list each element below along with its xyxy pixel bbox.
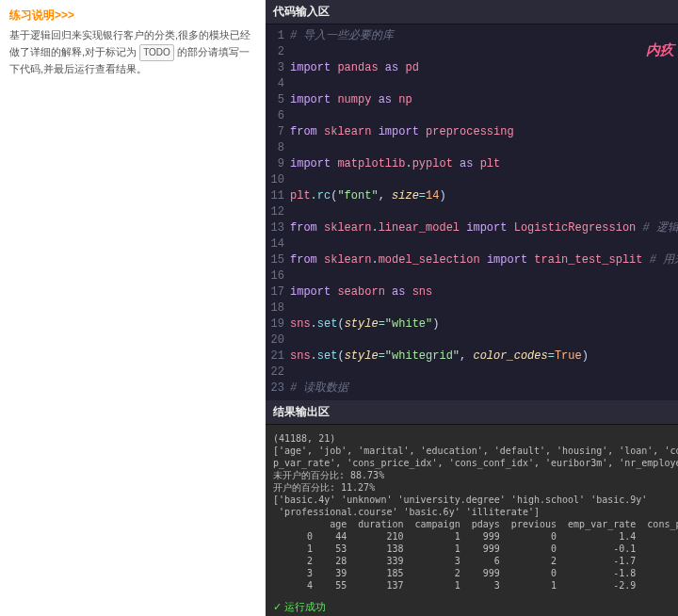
code-text[interactable] (290, 140, 678, 156)
code-line[interactable]: 17import seaborn as sns (266, 284, 678, 300)
line-number: 19 (266, 316, 290, 332)
output-section-header: 结果输出区 (266, 400, 678, 425)
line-number: 12 (266, 204, 290, 220)
instructions-title: 练习说明>>> (9, 8, 256, 24)
code-line[interactable]: 15from sklearn.model_selection import tr… (266, 252, 678, 268)
line-number: 15 (266, 252, 290, 268)
line-number: 4 (266, 76, 290, 92)
code-text[interactable] (290, 332, 678, 349)
output-console[interactable]: (41188, 21) ['age', 'job', 'marital', 'e… (266, 425, 678, 598)
code-line[interactable]: 1# 导入一些必要的库 (266, 28, 678, 44)
code-text[interactable] (290, 236, 678, 252)
code-line[interactable]: 7from sklearn import preprocessing (266, 124, 678, 140)
line-number: 7 (266, 124, 290, 140)
code-text[interactable] (290, 268, 678, 284)
code-text[interactable]: import matplotlib.pyplot as plt (290, 156, 678, 172)
code-line[interactable]: 8 (266, 140, 678, 156)
instructions-text: 基于逻辑回归来实现银行客户的分类,很多的模块已经做了详细的解释,对于标记为 TO… (9, 27, 256, 77)
line-number: 18 (266, 300, 290, 316)
code-text[interactable] (290, 300, 678, 316)
line-number: 6 (266, 108, 290, 124)
code-line[interactable]: 22 (266, 365, 678, 381)
code-line[interactable]: 23# 读取数据 (266, 381, 678, 397)
code-text[interactable] (290, 172, 678, 188)
code-line[interactable]: 10 (266, 172, 678, 188)
line-number: 8 (266, 140, 290, 156)
code-section-header: 代码输入区 (266, 0, 678, 24)
code-line[interactable]: 6 (266, 108, 678, 124)
code-line[interactable]: 5import numpy as np (266, 92, 678, 108)
code-line[interactable]: 21sns.set(style="whitegrid", color_codes… (266, 349, 678, 365)
line-number: 5 (266, 92, 290, 108)
code-line[interactable]: 11plt.rc("font", size=14) (266, 188, 678, 204)
code-line[interactable]: 2 (266, 44, 678, 60)
line-number: 22 (266, 365, 290, 381)
code-text[interactable] (290, 76, 678, 92)
code-text[interactable]: # 读取数据 (290, 381, 678, 397)
line-number: 10 (266, 172, 290, 188)
code-text[interactable] (290, 365, 678, 381)
line-number: 3 (266, 60, 290, 76)
code-editor[interactable]: 内疚 1# 导入一些必要的库23import pandas as pd45imp… (266, 24, 678, 400)
overlay-tag: 内疚 (646, 41, 674, 59)
code-text[interactable]: sns.set(style="white") (290, 316, 678, 332)
code-line[interactable]: 12 (266, 204, 678, 220)
code-text[interactable]: sns.set(style="whitegrid", color_codes=T… (290, 349, 678, 365)
line-number: 9 (266, 156, 290, 172)
code-text[interactable]: from sklearn import preprocessing (290, 124, 678, 140)
run-status: ✓ 运行成功 (266, 598, 678, 616)
code-text[interactable] (290, 108, 678, 124)
code-line[interactable]: 9import matplotlib.pyplot as plt (266, 156, 678, 172)
line-number: 20 (266, 332, 290, 349)
code-text[interactable]: import numpy as np (290, 92, 678, 108)
code-line[interactable]: 16 (266, 268, 678, 284)
code-text[interactable]: from sklearn.linear_model import Logisti… (290, 220, 678, 236)
code-line[interactable]: 19sns.set(style="white") (266, 316, 678, 332)
code-text[interactable] (290, 204, 678, 220)
line-number: 2 (266, 44, 290, 60)
line-number: 13 (266, 220, 290, 236)
code-text[interactable]: import pandas as pd (290, 60, 678, 76)
line-number: 23 (266, 381, 290, 397)
code-line[interactable]: 14 (266, 236, 678, 252)
code-line[interactable]: 20 (266, 332, 678, 349)
line-number: 14 (266, 236, 290, 252)
code-line[interactable]: 3import pandas as pd (266, 60, 678, 76)
code-line[interactable]: 4 (266, 76, 678, 92)
line-number: 17 (266, 284, 290, 300)
code-text[interactable]: plt.rc("font", size=14) (290, 188, 678, 204)
editor-panel: 代码输入区 内疚 1# 导入一些必要的库23import pandas as p… (266, 0, 678, 616)
code-line[interactable]: 18 (266, 300, 678, 316)
line-number: 16 (266, 268, 290, 284)
line-number: 11 (266, 188, 290, 204)
line-number: 21 (266, 349, 290, 365)
code-text[interactable] (290, 44, 678, 60)
code-text[interactable]: # 导入一些必要的库 (290, 28, 678, 44)
code-text[interactable]: import seaborn as sns (290, 284, 678, 300)
instructions-panel: 练习说明>>> 基于逻辑回归来实现银行客户的分类,很多的模块已经做了详细的解释,… (0, 0, 266, 616)
code-line[interactable]: 13from sklearn.linear_model import Logis… (266, 220, 678, 236)
line-number: 1 (266, 28, 290, 44)
code-text[interactable]: from sklearn.model_selection import trai… (290, 252, 678, 268)
todo-badge: TODO (139, 44, 174, 61)
